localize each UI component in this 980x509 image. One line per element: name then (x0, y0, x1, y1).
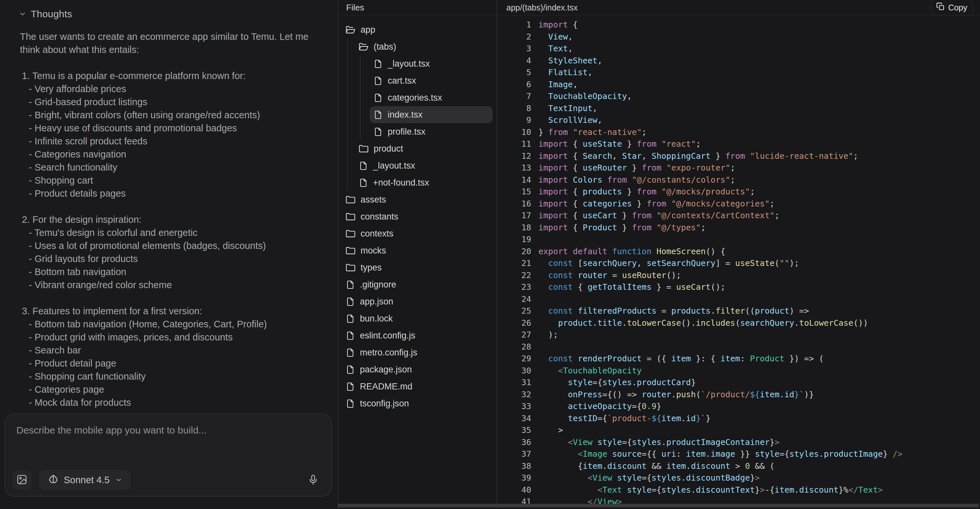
tree-item-contexts[interactable]: contexts (338, 225, 493, 242)
tree-item-app[interactable]: app (338, 21, 493, 38)
tree-item-tabs[interactable]: (tabs) (338, 38, 493, 55)
model-label: Sonnet 4.5 (64, 475, 110, 485)
file-icon (359, 161, 368, 171)
thoughts-group-heading: 3. Features to implement for a first ver… (22, 304, 319, 317)
thoughts-toggle[interactable]: Thoughts (19, 8, 325, 20)
tree-item-tsconfig-json[interactable]: tsconfig.json (338, 395, 493, 412)
thoughts-bullet: - Search bar (29, 344, 319, 357)
code-line: import { products } from "@/mocks/produc… (538, 186, 902, 198)
attach-image-button[interactable] (13, 471, 31, 489)
line-number: 17 (497, 210, 531, 222)
code-line: {item.discount && item.discount > 0 && ( (538, 460, 902, 473)
code-line: import Colors from "@/constants/colors"; (538, 174, 902, 186)
tree-item-layout-tsx[interactable]: _layout.tsx (338, 157, 493, 174)
tree-item-constants[interactable]: constants (338, 208, 493, 225)
prompt-input[interactable] (16, 423, 320, 463)
folder-icon (345, 195, 356, 205)
tree-item-label: product (374, 144, 403, 154)
code-line: <View style={styles.discountBadge}> (538, 472, 902, 484)
code-line: TextInput, (538, 103, 902, 115)
tree-item-index-tsx[interactable]: index.tsx (370, 106, 493, 123)
tree-item-categories-tsx[interactable]: categories.tsx (338, 89, 493, 106)
code-line (538, 233, 902, 246)
line-number: 30 (497, 365, 531, 377)
line-number: 21 (497, 257, 531, 270)
thoughts-paragraph: The user wants to create an ecommerce ap… (20, 30, 319, 56)
tree-item-readme-md[interactable]: README.md (338, 378, 493, 395)
line-number: 5 (497, 67, 531, 79)
file-path: app/(tabs)/index.tsx (506, 3, 578, 13)
line-number: 28 (497, 341, 531, 353)
thoughts-bullet: - Heavy use of discounts and promotional… (29, 122, 319, 135)
thoughts-bullet: - Bottom tab navigation (Home, Categorie… (29, 317, 319, 331)
tree-item-label: metro.config.js (360, 347, 417, 358)
microphone-button[interactable] (304, 471, 323, 489)
brain-icon (48, 473, 59, 487)
folder-icon (345, 229, 356, 239)
tree-item-product[interactable]: product (338, 140, 493, 157)
code-line: Image, (538, 79, 902, 91)
thoughts-bullet: - Temu's design is colorful and energeti… (29, 226, 319, 239)
tree-item-label: tsconfig.json (360, 399, 409, 409)
horizontal-scrollbar[interactable] (338, 504, 979, 507)
file-icon (345, 348, 355, 357)
tree-item-eslint-config-js[interactable]: eslint.config.js (338, 327, 493, 344)
line-number: 9 (497, 114, 531, 127)
code-line: product.title.toLowerCase().includes(sea… (538, 317, 902, 329)
code-line: style={styles.productCard} (538, 377, 902, 389)
tree-item-label: constants (361, 212, 398, 222)
code-line: const filteredProducts = products.filter… (538, 305, 902, 317)
code-line: View, (538, 31, 902, 43)
files-header: Files (338, 0, 496, 15)
tree-item-bun-lock[interactable]: bun.lock (338, 310, 493, 327)
microphone-icon (307, 474, 319, 487)
tree-item-cart-tsx[interactable]: cart.tsx (338, 72, 493, 89)
folder-open-icon (345, 25, 356, 35)
code-line: onPress={() => router.push(`/product/${i… (538, 389, 902, 401)
code-line: import { useRouter } from "expo-router"; (538, 162, 902, 174)
code-viewer: 1234567891011121314151617181920212223242… (497, 15, 980, 509)
tree-item-layout-tsx[interactable]: _layout.tsx (338, 55, 493, 72)
code-line: activeOpacity={0.9} (538, 401, 902, 412)
thoughts-bullet: - Search functionality (29, 161, 319, 174)
line-number: 33 (497, 401, 531, 412)
tree-item-metro-config-js[interactable]: metro.config.js (338, 344, 493, 361)
thoughts-bullet: - Product grid with images, prices, and … (29, 331, 319, 344)
tree-item-label: app (361, 25, 375, 35)
copy-button[interactable]: Copy (931, 0, 973, 15)
thoughts-group: 3. Features to implement for a first ver… (20, 304, 319, 409)
tree-item-label: categories.tsx (388, 93, 442, 103)
model-selector[interactable]: Sonnet 4.5 (39, 470, 131, 490)
chat-panel: Thoughts The user wants to create an eco… (0, 0, 338, 509)
tree-item-app-json[interactable]: app.json (338, 293, 493, 310)
code-line (538, 341, 902, 353)
tree-item-label: types (361, 263, 382, 273)
tree-item-gitignore[interactable]: .gitignore (338, 276, 493, 293)
line-number: 10 (497, 127, 531, 138)
thoughts-bullet: - Bottom tab navigation (29, 265, 319, 278)
folder-icon (345, 212, 356, 222)
code-lines: import { View, Text, StyleSheet, FlatLis… (531, 19, 902, 509)
copy-label: Copy (948, 3, 967, 13)
code-line: import { (538, 19, 902, 31)
tree-item-profile-tsx[interactable]: profile.tsx (338, 123, 493, 140)
tree-item-label: (tabs) (374, 42, 396, 52)
tree-item-label: README.md (360, 382, 412, 392)
code-line: const renderProduct = ({ item }: { item:… (538, 353, 902, 365)
code-line: testID={`product-${item.id}`} (538, 412, 902, 425)
line-number: 13 (497, 162, 531, 174)
tree-item-assets[interactable]: assets (338, 191, 493, 208)
code-line: <Image source={{ uri: item.image }} styl… (538, 448, 902, 460)
tree-item-mocks[interactable]: mocks (338, 242, 493, 259)
code-line: FlatList, (538, 67, 902, 79)
line-number: 37 (497, 448, 531, 460)
tree-item-package-json[interactable]: package.json (338, 361, 493, 378)
tree-item-types[interactable]: types (338, 259, 493, 276)
thoughts-bullet: - Categories navigation (29, 147, 319, 161)
code-line: <TouchableOpacity (538, 365, 902, 377)
line-number: 12 (497, 150, 531, 162)
code-line: import { categories } from "@/mocks/cate… (538, 198, 902, 210)
thoughts-group-heading: 2. For the design inspiration: (22, 213, 319, 226)
tree-item-not-found-tsx[interactable]: +not-found.tsx (338, 174, 493, 191)
code-line: import { Product } from "@/types"; (538, 222, 902, 234)
